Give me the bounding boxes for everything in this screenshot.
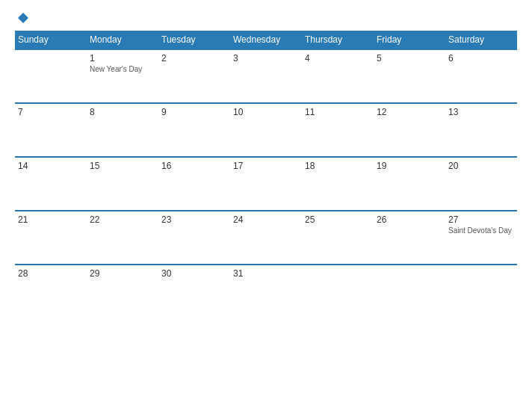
calendar-table: Sunday Monday Tuesday Wednesday Thursday… <box>15 31 517 318</box>
calendar-cell: 11 <box>302 103 374 157</box>
day-number: 11 <box>305 107 371 117</box>
calendar-cell <box>302 265 374 318</box>
header-saturday: Saturday <box>445 31 517 49</box>
calendar-cell: 24 <box>230 211 302 265</box>
calendar-cell: 14 <box>15 157 87 211</box>
day-number: 19 <box>377 161 442 171</box>
calendar-cell: 12 <box>374 103 445 157</box>
day-number: 14 <box>18 161 84 171</box>
calendar-cell: 25 <box>302 211 374 265</box>
calendar-cell: 5 <box>374 49 445 103</box>
calendar-cell: 13 <box>445 103 517 157</box>
calendar-page: Sunday Monday Tuesday Wednesday Thursday… <box>0 0 532 411</box>
day-number: 29 <box>90 268 155 279</box>
calendar-cell <box>15 49 87 103</box>
calendar-week-row: 14151617181920 <box>15 157 517 211</box>
calendar-cell: 20 <box>445 157 517 211</box>
day-number: 26 <box>377 214 442 225</box>
header <box>15 11 517 25</box>
calendar-cell: 2 <box>158 49 230 103</box>
day-number: 30 <box>161 268 227 279</box>
day-number: 15 <box>90 161 155 171</box>
day-number: 12 <box>377 107 442 117</box>
logo <box>15 11 30 25</box>
day-number: 20 <box>448 161 514 171</box>
day-number: 9 <box>161 107 227 117</box>
day-number: 17 <box>233 161 299 171</box>
calendar-week-row: 28293031 <box>15 265 517 318</box>
holiday-label: Saint Devota's Day <box>448 226 514 235</box>
header-monday: Monday <box>87 31 158 49</box>
holiday-label: New Year's Day <box>90 65 155 74</box>
logo-icon <box>16 11 30 25</box>
svg-marker-0 <box>18 13 28 23</box>
calendar-cell: 26 <box>374 211 445 265</box>
day-number: 28 <box>18 268 84 279</box>
calendar-cell <box>445 265 517 318</box>
day-number: 6 <box>448 53 514 64</box>
calendar-week-row: 78910111213 <box>15 103 517 157</box>
day-number: 7 <box>18 107 84 117</box>
calendar-cell: 7 <box>15 103 87 157</box>
day-number: 5 <box>377 53 442 64</box>
calendar-cell: 3 <box>230 49 302 103</box>
day-number: 4 <box>305 53 371 64</box>
day-number: 27 <box>448 214 514 225</box>
day-number: 22 <box>90 214 155 225</box>
calendar-cell: 28 <box>15 265 87 318</box>
day-number: 16 <box>161 161 227 171</box>
day-number: 2 <box>161 53 227 64</box>
calendar-cell: 30 <box>158 265 230 318</box>
day-number: 1 <box>90 53 155 64</box>
calendar-cell: 29 <box>87 265 158 318</box>
header-friday: Friday <box>374 31 445 49</box>
calendar-cell: 8 <box>87 103 158 157</box>
calendar-week-row: 1New Year's Day23456 <box>15 49 517 103</box>
header-sunday: Sunday <box>15 31 87 49</box>
calendar-cell: 23 <box>158 211 230 265</box>
calendar-week-row: 21222324252627Saint Devota's Day <box>15 211 517 265</box>
day-number: 24 <box>233 214 299 225</box>
day-number: 3 <box>233 53 299 64</box>
calendar-cell: 4 <box>302 49 374 103</box>
calendar-cell <box>374 265 445 318</box>
calendar-cell: 1New Year's Day <box>87 49 158 103</box>
calendar-cell: 16 <box>158 157 230 211</box>
calendar-cell: 9 <box>158 103 230 157</box>
day-number: 31 <box>233 268 299 279</box>
day-number: 8 <box>90 107 155 117</box>
calendar-cell: 31 <box>230 265 302 318</box>
calendar-cell: 22 <box>87 211 158 265</box>
day-number: 25 <box>305 214 371 225</box>
calendar-cell: 6 <box>445 49 517 103</box>
day-number: 13 <box>448 107 514 117</box>
header-thursday: Thursday <box>302 31 374 49</box>
day-number: 23 <box>161 214 227 225</box>
calendar-cell: 27Saint Devota's Day <box>445 211 517 265</box>
day-number: 10 <box>233 107 299 117</box>
calendar-cell: 19 <box>374 157 445 211</box>
calendar-cell: 18 <box>302 157 374 211</box>
header-tuesday: Tuesday <box>158 31 230 49</box>
calendar-cell: 17 <box>230 157 302 211</box>
weekday-header-row: Sunday Monday Tuesday Wednesday Thursday… <box>15 31 517 49</box>
calendar-cell: 21 <box>15 211 87 265</box>
day-number: 21 <box>18 214 84 225</box>
day-number: 18 <box>305 161 371 171</box>
calendar-cell: 15 <box>87 157 158 211</box>
calendar-cell: 10 <box>230 103 302 157</box>
header-wednesday: Wednesday <box>230 31 302 49</box>
